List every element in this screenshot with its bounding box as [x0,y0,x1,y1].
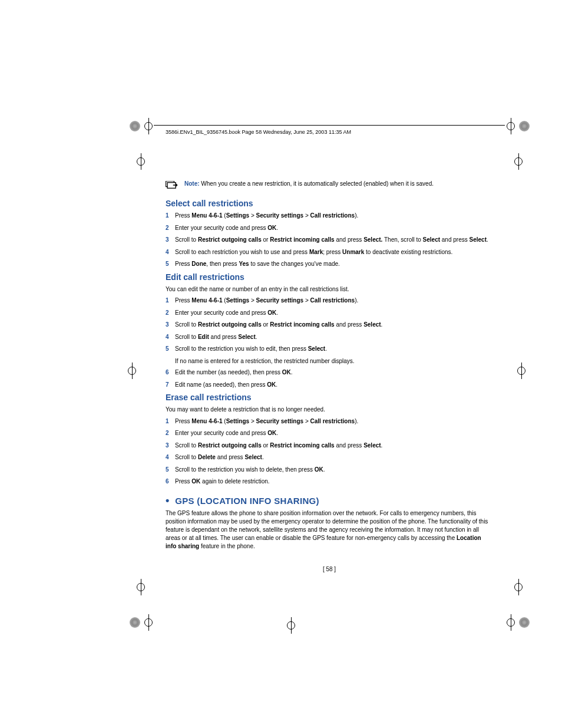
crop-mark-side-bl [133,579,149,595]
step-number: 6 [166,477,169,486]
heading-erase-call-restrictions: Erase call restrictions [166,393,493,402]
step-number: 3 [166,442,169,450]
step-number: 3 [166,321,169,329]
step-number: 1 [166,212,169,220]
crop-mark-mid-right [513,363,530,379]
step-item: 1Press Menu 4-6-1 (Settings > Security s… [166,297,493,305]
step-item: 1Press Menu 4-6-1 (Settings > Security s… [166,417,493,426]
note-label: Note: [184,180,200,187]
step-item: 2Enter your security code and press OK. [166,429,493,437]
step-item: 5Scroll to the restriction you wish to e… [166,345,493,353]
step-number: 2 [166,429,169,437]
step-item: 3Scroll to Restrict outgoing calls or Re… [166,321,493,329]
step-number: 4 [166,333,169,341]
crop-mark-side-tl [133,153,149,170]
step-number: 5 [166,466,169,474]
page-frame: 3586i.ENv1_BIL_9356745.book Page 58 Wedn… [154,125,505,608]
step-subtext: If no name is entered for a restriction,… [175,357,493,365]
erase-steps: 1Press Menu 4-6-1 (Settings > Security s… [166,417,493,486]
step-item: 4Scroll to Edit and press Select. [166,333,493,341]
crop-mark-side-tr [510,153,527,170]
erase-intro: You may want to delete a restriction tha… [166,406,493,414]
step-item: 6Edit the number (as needed), then press… [166,368,493,377]
step-item: 3Scroll to Restrict outgoing calls or Re… [166,236,493,244]
edit-intro: You can edit the name or number of an en… [166,285,493,294]
step-item: 3Scroll to Restrict outgoing calls or Re… [166,442,493,450]
step-item: 6Press OK again to delete restriction. [166,477,493,486]
crop-mark-side-br [510,579,527,595]
crop-mark-bottom-right [503,614,530,631]
step-number: 2 [166,224,169,232]
step-number: 5 [166,260,169,268]
step-number: 4 [166,453,169,462]
step-number: 3 [166,236,169,244]
crop-mark-mid-left [124,363,140,379]
step-number: 1 [166,297,169,305]
step-item: 5Press Done, then press Yes to save the … [166,260,493,268]
crop-mark-bottom-center [283,617,299,634]
page-number: [ 58 ] [166,566,493,572]
step-item: 2Enter your security code and press OK. [166,224,493,232]
crop-mark-top-left [130,118,157,134]
step-item: 5Scroll to the restriction you wish to d… [166,466,493,474]
step-item: 4Scroll to Delete and press Select. [166,453,493,462]
heading-gps: • GPS (LOCATION INFO SHARING) [166,495,493,506]
note-text: Note: When you create a new restriction,… [184,180,434,188]
step-item: 4Scroll to each restriction you wish to … [166,248,493,256]
gps-title: GPS (LOCATION INFO SHARING) [175,496,319,506]
bullet-icon: • [166,495,169,506]
step-number: 4 [166,248,169,256]
heading-edit-call-restrictions: Edit call restrictions [166,272,493,282]
page-header: 3586i.ENv1_BIL_9356745.book Page 58 Wedn… [154,126,505,135]
step-item: 7Edit name (as needed), then press OK. [166,381,493,389]
crop-mark-top-right [503,118,530,134]
note-icon [166,181,178,189]
note-block: Note: When you create a new restriction,… [166,180,493,189]
crop-mark-bottom-left [130,614,157,631]
step-number: 1 [166,417,169,426]
gps-body: The GPS feature allows the phone to shar… [166,509,493,551]
step-number: 6 [166,368,169,377]
select-steps: 1Press Menu 4-6-1 (Settings > Security s… [166,212,493,268]
step-number: 5 [166,345,169,353]
heading-select-call-restrictions: Select call restrictions [166,199,493,208]
step-number: 2 [166,309,169,317]
edit-steps: 1Press Menu 4-6-1 (Settings > Security s… [166,297,493,388]
step-number: 7 [166,381,169,389]
step-item: 2Enter your security code and press OK. [166,309,493,317]
step-item: 1Press Menu 4-6-1 (Settings > Security s… [166,212,493,220]
page-content: Note: When you create a new restriction,… [154,135,505,572]
